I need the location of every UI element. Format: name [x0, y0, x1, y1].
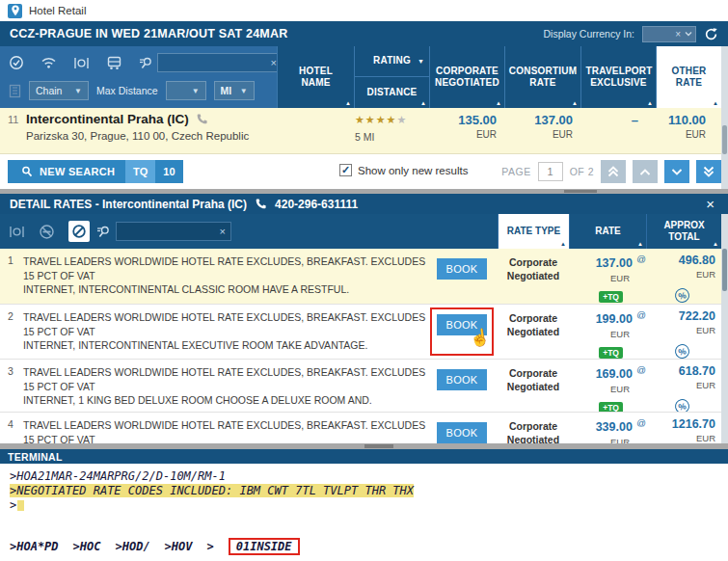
terminal-line-highlighted: >NEGOTIATED RATE CODES INCLUDED: IBM CWT…	[0, 484, 728, 498]
rate-description: TRAVEL LEADERS WORLDWIDE HOTEL RATE EXCL…	[23, 365, 428, 408]
chain-dropdown[interactable]: Chain ▼	[29, 81, 89, 100]
chain-dropdown-label: Chain	[36, 85, 62, 96]
rate-cell[interactable]: 137.00 @ EUR +TQ	[569, 254, 646, 304]
shortcut-prompt[interactable]: >	[207, 540, 214, 553]
clear-icon[interactable]: ×	[675, 29, 681, 40]
rate-cell[interactable]: 339.00 @ EUR	[569, 417, 646, 443]
results-scrollbar[interactable]	[721, 46, 728, 189]
first-page-button[interactable]	[601, 160, 626, 183]
rate-cell[interactable]: 199.00 @ EUR +TQ	[569, 309, 646, 360]
column-header-consortium-rate[interactable]: CONSORTIUM RATE ▲	[504, 46, 580, 108]
max-distance-dropdown[interactable]: ▼	[166, 81, 206, 100]
scrollbar-thumb[interactable]	[722, 125, 727, 154]
rate-description: TRAVEL LEADERS WORLDWIDE HOTEL RATE EXCL…	[23, 310, 428, 353]
terminal-prompt: >	[0, 498, 728, 513]
column-header-rate-type[interactable]: RATE TYPE ▲	[498, 214, 569, 249]
book-button[interactable]: BOOK	[437, 422, 487, 443]
rate-cell[interactable]: 169.00 @ EUR +TQ	[569, 364, 646, 414]
sort-icon: ▲	[572, 100, 578, 106]
restaurant-filter-icon[interactable]	[73, 56, 90, 70]
book-button[interactable]: BOOK	[437, 258, 487, 280]
wifi-filter-icon[interactable]	[40, 56, 57, 69]
rate-row: 2 TRAVEL LEADERS WORLDWIDE HOTEL RATE EX…	[0, 304, 721, 359]
display-currency-label: Display Currency In:	[543, 28, 634, 40]
tq-badge: +TQ	[599, 291, 623, 303]
at-icon: @	[636, 364, 646, 375]
chevron-down-icon: ▼	[74, 87, 82, 95]
rate-type: Corporate Negotiated	[498, 256, 569, 282]
rating-filter-caret-icon[interactable]: ▼	[418, 58, 424, 65]
hscroll-thumb[interactable]	[364, 444, 393, 448]
hotel-result-row[interactable]: 11 Intercontinental Praha (IC) Parizska …	[0, 108, 728, 154]
column-header-approx-total[interactable]: APPROX TOTAL ▲	[646, 214, 721, 249]
terminal-body[interactable]: >HOA21MAR-24MARPRG/2/D-10M/RM-1 >NEGOTIA…	[0, 464, 728, 561]
shortcut-hoa-pd[interactable]: >HOA*PD	[10, 540, 59, 553]
column-header-hotel-name[interactable]: HOTEL NAME ▲	[277, 46, 354, 108]
smoking-filter-icon[interactable]	[39, 224, 55, 240]
rate-row: 4 TRAVEL LEADERS WORLDWIDE HOTEL RATE EX…	[0, 412, 721, 443]
currency-dropdown[interactable]: ×	[642, 26, 696, 42]
scrollbar-thumb[interactable]	[722, 249, 727, 291]
new-search-button[interactable]: NEW SEARCH	[8, 160, 128, 183]
other-rate-cell[interactable]: 110.00 EUR	[656, 113, 714, 140]
meal-filter-icon[interactable]	[9, 225, 25, 239]
phone-icon	[255, 198, 267, 210]
column-header-travelport-exclusive[interactable]: TRAVELPORT EXCLUSIVE ▲	[580, 46, 656, 108]
approx-total-cell: 1216.70 EUR	[646, 417, 715, 443]
rate-index: 2	[8, 310, 13, 322]
chevron-down-icon	[685, 31, 692, 37]
results-footer: NEW SEARCH TQ 10 ✓ Show only new results…	[0, 154, 728, 189]
building-icon	[9, 84, 21, 98]
show-only-new-label[interactable]: Show only new results	[358, 165, 468, 176]
column-header-rating-distance[interactable]: RATING ▼ DISTANCE ▲	[354, 46, 429, 108]
boxed-command[interactable]: 01INSIDE	[229, 538, 300, 555]
refresh-icon[interactable]	[704, 27, 718, 41]
distance-unit-dropdown[interactable]: MI ▼	[214, 81, 255, 100]
phone-icon[interactable]	[196, 113, 208, 125]
rate-search-input[interactable]	[117, 227, 215, 237]
page-input[interactable]	[538, 162, 563, 181]
location-pin-icon	[8, 4, 22, 18]
corporate-rate-cell[interactable]: 135.00 EUR	[429, 113, 504, 140]
rate-description: TRAVEL LEADERS WORLDWIDE HOTEL RATE EXCL…	[23, 418, 428, 443]
shortcut-hoc[interactable]: >HOC	[73, 540, 101, 553]
sort-icon: ▲	[637, 241, 643, 247]
filter-zone: × Chain ▼ Max Distance ▼ MI ▼	[0, 46, 277, 108]
percent-icon[interactable]: %	[674, 287, 691, 305]
rate-type: Corporate Negotiated	[498, 312, 569, 338]
book-button[interactable]: BOOK	[437, 369, 487, 390]
terminal-header[interactable]: TERMINAL	[0, 449, 728, 464]
consortium-rate-cell[interactable]: 137.00 EUR	[504, 113, 580, 140]
hotel-address: Parizska 30, Prague, 110 00, Czech Repub…	[26, 130, 249, 142]
last-page-button[interactable]	[696, 160, 721, 183]
column-header-other-rate[interactable]: OTHER RATE ▲	[656, 46, 721, 108]
hotel-search-input[interactable]	[158, 58, 266, 68]
rate-row: 3 TRAVEL LEADERS WORLDWIDE HOTEL RATE EX…	[0, 359, 721, 412]
shortcut-hov[interactable]: >HOV	[165, 540, 193, 553]
tq-button[interactable]: TQ 10	[125, 160, 183, 183]
cancellation-filter-icon[interactable]	[68, 221, 90, 242]
search-icon	[96, 225, 111, 239]
availability-filter-icon[interactable]	[9, 55, 24, 70]
close-icon[interactable]: ×	[702, 196, 718, 212]
column-header-rate[interactable]: RATE ▲	[569, 214, 646, 249]
search-icon	[139, 56, 153, 70]
prev-page-button[interactable]	[633, 160, 658, 183]
chevron-down-icon: ▼	[192, 87, 200, 95]
tab-label[interactable]: Hotel Retail	[29, 5, 86, 16]
rate-type: Corporate Negotiated	[498, 420, 569, 443]
detail-rates-title: DETAIL RATES - Intercontinental Praha (I…	[10, 198, 247, 211]
terminal-title: TERMINAL	[8, 451, 63, 463]
rate-row: 1 TRAVEL LEADERS WORLDWIDE HOTEL RATE EX…	[0, 249, 721, 304]
hotel-name[interactable]: Intercontinental Praha (IC)	[26, 112, 189, 126]
shuttle-filter-icon[interactable]	[106, 56, 122, 70]
clear-icon[interactable]: ×	[215, 226, 230, 237]
at-icon: @	[636, 417, 646, 428]
percent-icon[interactable]: %	[674, 343, 691, 361]
next-page-button[interactable]	[664, 160, 689, 183]
hscroll-thumb[interactable]	[564, 190, 597, 193]
show-only-new-checkbox[interactable]: ✓	[339, 164, 352, 176]
column-header-corporate-negotiated[interactable]: CORPORATE NEGOTIATED ▲	[429, 46, 504, 108]
detail-scrollbar[interactable]	[721, 214, 728, 443]
shortcut-hod[interactable]: >HOD/	[115, 540, 149, 553]
